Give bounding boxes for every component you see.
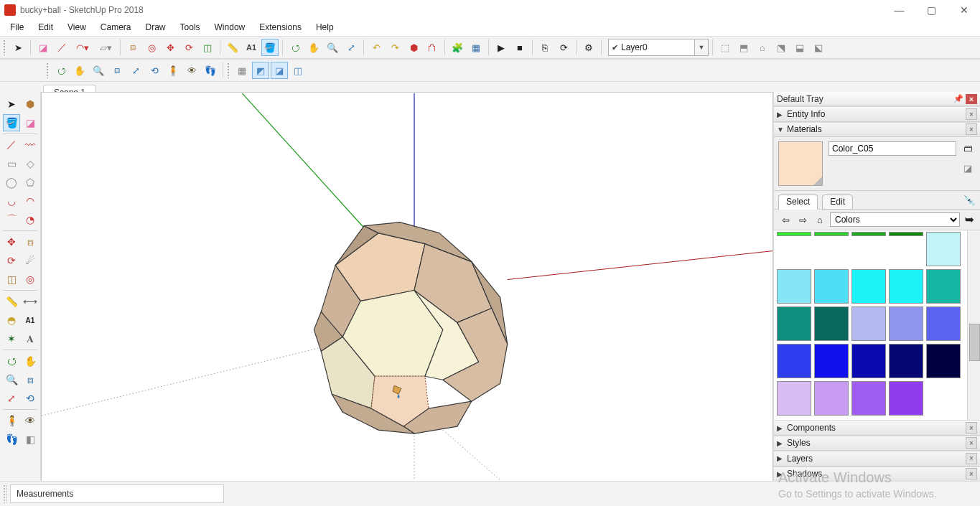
extension-warehouse-icon[interactable]: 🧩: [449, 39, 466, 56]
panel-styles[interactable]: ▶ Styles ×: [774, 436, 980, 451]
color-swatch[interactable]: [926, 269, 961, 304]
walk-icon[interactable]: 👣: [202, 62, 219, 79]
position-camera2-icon[interactable]: 🧍: [3, 412, 20, 429]
material-preview-swatch[interactable]: [778, 141, 823, 186]
color-swatch[interactable]: [814, 306, 849, 341]
pan2-icon[interactable]: ✋: [71, 62, 88, 79]
rotate-icon[interactable]: ⟳: [3, 252, 20, 269]
pin-icon[interactable]: 📌: [953, 94, 964, 104]
undo-icon[interactable]: ↶: [368, 39, 385, 56]
panel-close-icon[interactable]: ×: [966, 422, 977, 434]
nav-back-icon[interactable]: ⇦: [778, 212, 793, 227]
color-swatch[interactable]: [889, 306, 923, 341]
color-swatch[interactable]: [814, 344, 849, 378]
tab-select[interactable]: Select: [778, 195, 818, 210]
pushpull-icon[interactable]: ⧈: [22, 233, 39, 250]
color-swatch[interactable]: [814, 232, 849, 236]
panel-close-icon[interactable]: ×: [966, 468, 977, 479]
color-swatch[interactable]: [777, 269, 811, 304]
rectangle-icon[interactable]: ▭: [3, 155, 20, 172]
color-swatch[interactable]: [851, 306, 886, 341]
orbit2-icon[interactable]: ⭯: [52, 62, 70, 79]
details-menu-icon[interactable]: ➥: [963, 213, 976, 226]
orbit-tool-icon[interactable]: ⭯: [286, 39, 304, 56]
dimension-icon[interactable]: ⟷: [22, 293, 39, 310]
maximize-button[interactable]: ▢: [915, 0, 948, 20]
zoom-window3-icon[interactable]: ⧈: [22, 371, 39, 388]
status-grip[interactable]: [3, 484, 7, 503]
2pt-arc-icon[interactable]: ◠: [22, 192, 39, 210]
set-default-material-icon[interactable]: ◪: [960, 160, 976, 176]
color-swatch[interactable]: [814, 269, 849, 304]
followme-icon[interactable]: ☄: [22, 252, 39, 269]
paint-bucket-tool-icon[interactable]: 🪣: [261, 39, 279, 56]
toolbar-grip[interactable]: [227, 62, 230, 78]
scroll-thumb[interactable]: [969, 324, 980, 361]
zoom-extents2-icon[interactable]: ⤢: [127, 62, 144, 79]
pan3-icon[interactable]: ✋: [22, 352, 39, 370]
color-swatch[interactable]: [926, 344, 961, 378]
look-around-icon[interactable]: 👁: [183, 62, 200, 79]
back-edges-icon[interactable]: ◩: [252, 62, 269, 79]
zoom-window-icon[interactable]: ⧈: [108, 62, 126, 79]
zoom-extents3-icon[interactable]: ⤢: [3, 390, 20, 407]
position-camera-icon[interactable]: 🧍: [164, 62, 182, 79]
eraser-icon[interactable]: ◪: [22, 114, 39, 131]
panel-close-icon[interactable]: ×: [966, 453, 977, 464]
select-icon[interactable]: ➤: [3, 95, 20, 113]
shapes-tool-icon[interactable]: ▱▾: [95, 39, 116, 56]
menu-tools[interactable]: Tools: [173, 21, 207, 34]
update-scene-icon[interactable]: ⟳: [555, 39, 572, 56]
panel-close-icon[interactable]: ×: [966, 108, 977, 120]
color-swatch[interactable]: [777, 344, 811, 378]
protractor-icon[interactable]: ◓: [3, 311, 20, 329]
text-tool-icon[interactable]: A1: [243, 39, 260, 56]
menu-file[interactable]: File: [3, 21, 31, 34]
panel-shadows[interactable]: ▶ Shadows ×: [774, 467, 980, 482]
add-scene-icon[interactable]: ⎘: [536, 39, 554, 56]
redo-icon[interactable]: ↷: [386, 39, 403, 56]
left-view-icon[interactable]: ⬕: [810, 39, 827, 56]
zoom2-icon[interactable]: 🔍: [90, 62, 107, 79]
color-swatch[interactable]: [777, 381, 811, 416]
color-swatch[interactable]: [814, 381, 849, 416]
menu-edit[interactable]: Edit: [31, 21, 60, 34]
scale-icon[interactable]: ◫: [3, 271, 20, 288]
layout-icon[interactable]: ▦: [467, 39, 485, 56]
top-view-icon[interactable]: ⬒: [735, 39, 752, 56]
zoom-tool-icon[interactable]: 🔍: [324, 39, 341, 56]
viewport-3d[interactable]: [41, 92, 773, 482]
scrollbar[interactable]: [967, 230, 980, 420]
pie-icon[interactable]: ◔: [22, 211, 39, 228]
make-component-icon[interactable]: ⬢: [22, 95, 39, 113]
select-tool-icon[interactable]: ➤: [9, 39, 27, 56]
close-button[interactable]: ✕: [948, 0, 980, 20]
color-swatch[interactable]: [851, 232, 886, 236]
color-swatch[interactable]: [851, 269, 886, 304]
wireframe-icon[interactable]: ◪: [271, 62, 288, 79]
pan-tool-icon[interactable]: ✋: [305, 39, 322, 56]
layer-dropdown[interactable]: ✔ Layer0 ▼: [608, 39, 709, 56]
front-view-icon[interactable]: ⌂: [754, 39, 771, 56]
color-swatch[interactable]: [926, 232, 961, 266]
menu-view[interactable]: View: [60, 21, 93, 34]
tray-header[interactable]: Default Tray 📌 ×: [774, 92, 980, 106]
eyedropper-icon[interactable]: 💉: [963, 195, 976, 206]
menu-camera[interactable]: Camera: [93, 21, 139, 34]
right-view-icon[interactable]: ⬔: [773, 39, 790, 56]
color-swatch[interactable]: [889, 269, 923, 304]
pushpull-tool-icon[interactable]: ⧈: [124, 39, 141, 56]
stop-animation-icon[interactable]: ■: [511, 39, 528, 56]
freehand-icon[interactable]: 〰: [22, 136, 39, 154]
rotate-tool-icon[interactable]: ⟳: [180, 39, 197, 56]
color-swatch[interactable]: [889, 381, 923, 416]
menu-extensions[interactable]: Extensions: [252, 21, 309, 34]
rotated-rect-icon[interactable]: ◇: [22, 155, 39, 172]
panel-materials[interactable]: ▼ Materials ×: [774, 122, 980, 137]
color-swatch[interactable]: [889, 232, 923, 236]
color-swatch[interactable]: [777, 232, 811, 236]
color-swatch[interactable]: [777, 306, 811, 341]
text-icon[interactable]: A1: [22, 311, 39, 329]
tape-icon[interactable]: 📏: [3, 293, 20, 310]
previous-view-icon[interactable]: ⟲: [146, 62, 163, 79]
